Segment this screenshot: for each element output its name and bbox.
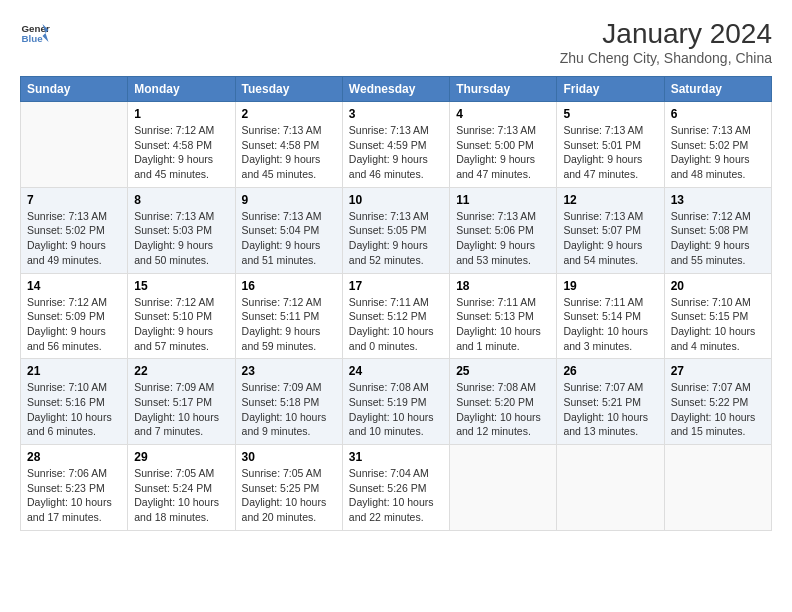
day-number: 31 (349, 450, 443, 464)
day-cell: 17Sunrise: 7:11 AMSunset: 5:12 PMDayligh… (342, 273, 449, 359)
col-sunday: Sunday (21, 77, 128, 102)
calendar-table: Sunday Monday Tuesday Wednesday Thursday… (20, 76, 772, 531)
day-number: 5 (563, 107, 657, 121)
day-info: Sunrise: 7:08 AMSunset: 5:20 PMDaylight:… (456, 380, 550, 439)
day-cell: 16Sunrise: 7:12 AMSunset: 5:11 PMDayligh… (235, 273, 342, 359)
day-info: Sunrise: 7:13 AMSunset: 5:04 PMDaylight:… (242, 209, 336, 268)
day-cell: 19Sunrise: 7:11 AMSunset: 5:14 PMDayligh… (557, 273, 664, 359)
day-info: Sunrise: 7:10 AMSunset: 5:15 PMDaylight:… (671, 295, 765, 354)
day-cell: 9Sunrise: 7:13 AMSunset: 5:04 PMDaylight… (235, 187, 342, 273)
day-info: Sunrise: 7:07 AMSunset: 5:21 PMDaylight:… (563, 380, 657, 439)
day-info: Sunrise: 7:13 AMSunset: 5:00 PMDaylight:… (456, 123, 550, 182)
week-row-3: 14Sunrise: 7:12 AMSunset: 5:09 PMDayligh… (21, 273, 772, 359)
day-info: Sunrise: 7:07 AMSunset: 5:22 PMDaylight:… (671, 380, 765, 439)
day-info: Sunrise: 7:11 AMSunset: 5:14 PMDaylight:… (563, 295, 657, 354)
day-info: Sunrise: 7:11 AMSunset: 5:12 PMDaylight:… (349, 295, 443, 354)
day-number: 30 (242, 450, 336, 464)
day-cell (664, 445, 771, 531)
day-number: 14 (27, 279, 121, 293)
day-cell: 27Sunrise: 7:07 AMSunset: 5:22 PMDayligh… (664, 359, 771, 445)
day-info: Sunrise: 7:13 AMSunset: 5:03 PMDaylight:… (134, 209, 228, 268)
day-info: Sunrise: 7:13 AMSunset: 5:02 PMDaylight:… (671, 123, 765, 182)
day-cell: 29Sunrise: 7:05 AMSunset: 5:24 PMDayligh… (128, 445, 235, 531)
day-number: 17 (349, 279, 443, 293)
logo-icon: General Blue (20, 18, 50, 48)
col-tuesday: Tuesday (235, 77, 342, 102)
day-cell (21, 102, 128, 188)
day-number: 9 (242, 193, 336, 207)
day-cell: 21Sunrise: 7:10 AMSunset: 5:16 PMDayligh… (21, 359, 128, 445)
day-cell: 13Sunrise: 7:12 AMSunset: 5:08 PMDayligh… (664, 187, 771, 273)
day-number: 18 (456, 279, 550, 293)
day-cell: 2Sunrise: 7:13 AMSunset: 4:58 PMDaylight… (235, 102, 342, 188)
day-cell: 3Sunrise: 7:13 AMSunset: 4:59 PMDaylight… (342, 102, 449, 188)
day-info: Sunrise: 7:13 AMSunset: 5:02 PMDaylight:… (27, 209, 121, 268)
header-row: Sunday Monday Tuesday Wednesday Thursday… (21, 77, 772, 102)
day-number: 19 (563, 279, 657, 293)
day-cell: 22Sunrise: 7:09 AMSunset: 5:17 PMDayligh… (128, 359, 235, 445)
day-number: 20 (671, 279, 765, 293)
day-number: 6 (671, 107, 765, 121)
day-cell: 24Sunrise: 7:08 AMSunset: 5:19 PMDayligh… (342, 359, 449, 445)
day-number: 2 (242, 107, 336, 121)
subtitle: Zhu Cheng City, Shandong, China (560, 50, 772, 66)
col-friday: Friday (557, 77, 664, 102)
day-cell (450, 445, 557, 531)
day-info: Sunrise: 7:05 AMSunset: 5:25 PMDaylight:… (242, 466, 336, 525)
day-info: Sunrise: 7:13 AMSunset: 5:06 PMDaylight:… (456, 209, 550, 268)
day-number: 4 (456, 107, 550, 121)
day-info: Sunrise: 7:13 AMSunset: 5:07 PMDaylight:… (563, 209, 657, 268)
col-saturday: Saturday (664, 77, 771, 102)
day-number: 16 (242, 279, 336, 293)
day-number: 11 (456, 193, 550, 207)
day-number: 1 (134, 107, 228, 121)
week-row-4: 21Sunrise: 7:10 AMSunset: 5:16 PMDayligh… (21, 359, 772, 445)
main-title: January 2024 (560, 18, 772, 50)
week-row-2: 7Sunrise: 7:13 AMSunset: 5:02 PMDaylight… (21, 187, 772, 273)
day-info: Sunrise: 7:12 AMSunset: 5:11 PMDaylight:… (242, 295, 336, 354)
day-info: Sunrise: 7:11 AMSunset: 5:13 PMDaylight:… (456, 295, 550, 354)
title-block: January 2024 Zhu Cheng City, Shandong, C… (560, 18, 772, 66)
day-cell: 7Sunrise: 7:13 AMSunset: 5:02 PMDaylight… (21, 187, 128, 273)
week-row-5: 28Sunrise: 7:06 AMSunset: 5:23 PMDayligh… (21, 445, 772, 531)
day-cell: 15Sunrise: 7:12 AMSunset: 5:10 PMDayligh… (128, 273, 235, 359)
day-cell: 31Sunrise: 7:04 AMSunset: 5:26 PMDayligh… (342, 445, 449, 531)
day-info: Sunrise: 7:12 AMSunset: 4:58 PMDaylight:… (134, 123, 228, 182)
day-cell: 12Sunrise: 7:13 AMSunset: 5:07 PMDayligh… (557, 187, 664, 273)
day-cell: 10Sunrise: 7:13 AMSunset: 5:05 PMDayligh… (342, 187, 449, 273)
day-cell: 30Sunrise: 7:05 AMSunset: 5:25 PMDayligh… (235, 445, 342, 531)
svg-text:Blue: Blue (22, 33, 44, 44)
day-number: 22 (134, 364, 228, 378)
day-info: Sunrise: 7:08 AMSunset: 5:19 PMDaylight:… (349, 380, 443, 439)
day-cell: 6Sunrise: 7:13 AMSunset: 5:02 PMDaylight… (664, 102, 771, 188)
day-number: 3 (349, 107, 443, 121)
day-cell: 26Sunrise: 7:07 AMSunset: 5:21 PMDayligh… (557, 359, 664, 445)
day-cell: 1Sunrise: 7:12 AMSunset: 4:58 PMDaylight… (128, 102, 235, 188)
day-cell (557, 445, 664, 531)
day-info: Sunrise: 7:13 AMSunset: 4:58 PMDaylight:… (242, 123, 336, 182)
day-info: Sunrise: 7:04 AMSunset: 5:26 PMDaylight:… (349, 466, 443, 525)
day-number: 27 (671, 364, 765, 378)
col-monday: Monday (128, 77, 235, 102)
day-cell: 11Sunrise: 7:13 AMSunset: 5:06 PMDayligh… (450, 187, 557, 273)
day-info: Sunrise: 7:12 AMSunset: 5:09 PMDaylight:… (27, 295, 121, 354)
day-info: Sunrise: 7:12 AMSunset: 5:10 PMDaylight:… (134, 295, 228, 354)
day-cell: 18Sunrise: 7:11 AMSunset: 5:13 PMDayligh… (450, 273, 557, 359)
page-header: General Blue January 2024 Zhu Cheng City… (20, 18, 772, 66)
col-wednesday: Wednesday (342, 77, 449, 102)
day-number: 24 (349, 364, 443, 378)
day-cell: 20Sunrise: 7:10 AMSunset: 5:15 PMDayligh… (664, 273, 771, 359)
day-info: Sunrise: 7:10 AMSunset: 5:16 PMDaylight:… (27, 380, 121, 439)
day-number: 21 (27, 364, 121, 378)
day-number: 8 (134, 193, 228, 207)
week-row-1: 1Sunrise: 7:12 AMSunset: 4:58 PMDaylight… (21, 102, 772, 188)
day-cell: 28Sunrise: 7:06 AMSunset: 5:23 PMDayligh… (21, 445, 128, 531)
day-number: 15 (134, 279, 228, 293)
day-cell: 25Sunrise: 7:08 AMSunset: 5:20 PMDayligh… (450, 359, 557, 445)
day-number: 12 (563, 193, 657, 207)
day-cell: 4Sunrise: 7:13 AMSunset: 5:00 PMDaylight… (450, 102, 557, 188)
col-thursday: Thursday (450, 77, 557, 102)
day-number: 13 (671, 193, 765, 207)
day-info: Sunrise: 7:13 AMSunset: 5:01 PMDaylight:… (563, 123, 657, 182)
day-info: Sunrise: 7:09 AMSunset: 5:18 PMDaylight:… (242, 380, 336, 439)
